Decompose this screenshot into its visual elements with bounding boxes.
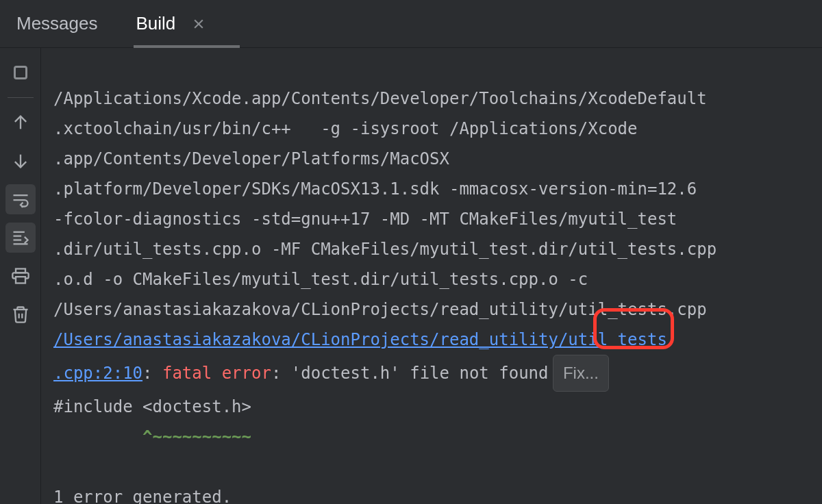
console-line: .xctoolchain/usr/bin/c++ -g -isysroot /A… <box>53 114 810 144</box>
scroll-to-end-icon <box>11 228 30 247</box>
tab-build-label: Build <box>136 13 176 34</box>
up-button[interactable] <box>5 108 36 138</box>
stop-button[interactable] <box>5 58 36 88</box>
soft-wrap-button[interactable] <box>5 184 36 214</box>
trash-icon <box>11 305 30 324</box>
text <box>212 364 221 383</box>
toolbar <box>0 48 41 504</box>
tab-bar: Messages Build <box>0 0 822 48</box>
fatal-label: fatal <box>162 364 212 383</box>
console-line: .app/Contents/Developer/Platforms/MacOSX <box>53 144 810 174</box>
trash-button[interactable] <box>5 299 36 329</box>
console-line: .platform/Developer/SDKs/MacOSX13.1.sdk … <box>53 174 810 204</box>
console-line: /Users/anastasiakazakova/CLionProjects/r… <box>53 294 810 325</box>
error-label: error <box>222 364 271 383</box>
console-line <box>53 452 810 482</box>
arrow-up-icon <box>11 113 30 132</box>
svg-rect-11 <box>16 277 25 283</box>
error-message: : 'doctest.h' file not found <box>271 364 558 383</box>
file-link[interactable]: /Users/anastasiakazakova/CLionProjects/r… <box>53 330 667 349</box>
file-link-line-col[interactable]: .cpp:2:10 <box>53 364 142 383</box>
console-line: .dir/util_tests.cpp.o -MF CMakeFiles/myu… <box>53 234 810 264</box>
console-line: #include <doctest.h> <box>53 392 810 422</box>
print-icon <box>11 266 30 286</box>
fix-button[interactable]: Fix... <box>553 355 609 392</box>
error-count: 1 error generated. <box>53 482 810 504</box>
stop-icon <box>14 66 27 79</box>
close-icon[interactable] <box>192 17 206 31</box>
tab-build[interactable]: Build <box>134 0 209 47</box>
print-button[interactable] <box>5 261 36 291</box>
console-line: -fcolor-diagnostics -std=gnu++17 -MD -MT… <box>53 204 810 234</box>
console-line: .o.d -o CMakeFiles/myutil_test.dir/util_… <box>53 264 810 294</box>
tab-messages-label: Messages <box>16 13 98 34</box>
down-button[interactable] <box>5 146 36 176</box>
divider <box>8 97 34 98</box>
soft-wrap-icon <box>11 190 30 209</box>
error-marker: ^~~~~~~~~~~ <box>53 422 810 452</box>
scroll-to-end-button[interactable] <box>5 223 36 253</box>
text: : <box>142 364 162 383</box>
arrow-down-icon <box>11 151 30 171</box>
build-output-console[interactable]: /Applications/Xcode.app/Contents/Develop… <box>41 48 822 504</box>
console-line: /Applications/Xcode.app/Contents/Develop… <box>53 84 810 114</box>
main-area: /Applications/Xcode.app/Contents/Develop… <box>0 48 822 504</box>
tab-messages[interactable]: Messages <box>14 0 101 47</box>
